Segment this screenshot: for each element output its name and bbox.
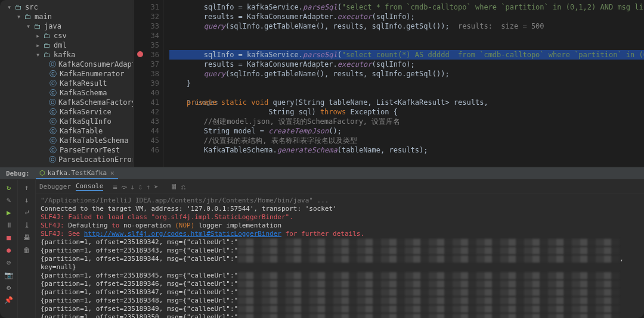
mute-breakpoints-icon[interactable]: ⊘ [4, 258, 14, 267]
tree-folder-dml[interactable]: ▸🗀dml [0, 40, 133, 50]
wrap-icon[interactable]: ⤶ [22, 208, 32, 217]
tree-file[interactable]: ⓒKafkaResult [0, 79, 133, 88]
threads-icon[interactable]: ≡ [113, 183, 117, 191]
step-over-icon[interactable]: ⤼ [121, 183, 127, 191]
down-icon[interactable]: ↓ [22, 196, 32, 204]
up-icon[interactable]: ↑ [22, 183, 32, 192]
print-icon[interactable]: 🖶 [22, 233, 32, 242]
close-icon[interactable]: ✕ [110, 169, 114, 177]
console-actions: ↑ ↓ ⤶ ⤓ 🖶 🗑 [18, 180, 36, 318]
breakpoint-icon[interactable] [137, 51, 143, 57]
camera-icon[interactable]: 📷 [4, 271, 14, 279]
tree-file[interactable]: ⓒParseLocationErrorTest [0, 155, 133, 164]
breakpoints-icon[interactable]: ● [4, 246, 14, 254]
force-step-icon[interactable]: ⇩ [138, 183, 143, 191]
trace-icon[interactable]: ⎌ [181, 183, 185, 191]
tree-file[interactable]: ⓒKafkaSchema [0, 88, 133, 98]
debug-actions-left: ↻ ✎ ▶ ⏸ ■ ● ⊘ 📷 ⚙ 📌 [0, 180, 18, 318]
clear-icon[interactable]: 🗑 [22, 246, 32, 254]
slf4j-link[interactable]: http://www.slf4j.org/codes.html#StaticLo… [84, 230, 281, 238]
line-gutter: 31323334353637383940414243444546 [134, 0, 163, 167]
project-tree[interactable]: ▾🗀src ▾🗀main ▾🗀java ▸🗀csv ▸🗀dml ▾🗀kafka … [0, 0, 134, 167]
tree-file[interactable]: ⓒKafkaSqlInfo [0, 117, 133, 126]
tree-file[interactable]: ⓒKafkaTableSchema [0, 136, 133, 145]
tab-console[interactable]: Console [76, 182, 103, 191]
tree-file[interactable]: ⓒKafkaSchemaFactory [0, 98, 133, 107]
step-into-icon[interactable]: ↓ [131, 183, 135, 191]
tab-debugger[interactable]: Debugger [39, 183, 71, 191]
settings-icon[interactable]: ⚙ [4, 283, 14, 292]
tree-file[interactable]: ⓒKafkaService [0, 107, 133, 117]
step-out-icon[interactable]: ↑ [146, 183, 150, 191]
evaluate-icon[interactable]: 🖩 [171, 183, 178, 191]
tree-folder-kafka[interactable]: ▾🗀kafka [0, 50, 133, 60]
pause-icon[interactable]: ⏸ [4, 221, 14, 229]
run-to-cursor-icon[interactable]: ➤ [154, 183, 158, 191]
tree-folder-java[interactable]: ▾🗀java [0, 21, 133, 31]
tree-folder-src[interactable]: ▾🗀src [0, 2, 133, 12]
tree-folder-csv[interactable]: ▸🗀csv [0, 31, 133, 40]
tree-file[interactable]: ⓒKafkaTable [0, 126, 133, 136]
stop-icon[interactable]: ■ [4, 233, 14, 242]
hex-icon: ⬡ [39, 169, 45, 177]
resume-icon[interactable]: ▶ [4, 208, 14, 217]
scroll-icon[interactable]: ⤓ [22, 221, 32, 229]
debug-bar: Debug: ⬡ kafka.TestKafka ✕ [0, 167, 644, 180]
console-output[interactable]: "/Applications/IntelliJ IDEA.app/Content… [36, 194, 644, 318]
code-area[interactable]: sqlInfo = kafkaService.parseSql("select … [163, 0, 644, 167]
pin-icon[interactable]: 📌 [4, 296, 14, 304]
tree-file[interactable]: ⓒKafkaEnumerator [0, 69, 133, 79]
debug-label: Debug: [0, 170, 36, 177]
code-editor[interactable]: 31323334353637383940414243444546 sqlInfo… [134, 0, 644, 167]
modify-run-icon[interactable]: ✎ [4, 196, 14, 204]
debug-config-tab[interactable]: ⬡ kafka.TestKafka ✕ [36, 167, 118, 179]
debug-tabs: Debugger Console ≡ ⤼ ↓ ⇩ ↑ ➤ 🖩 ⎌ [36, 180, 644, 194]
tree-file[interactable]: ⓒKafkaConsumerAdapter [0, 60, 133, 69]
tree-folder-main[interactable]: ▾🗀main [0, 12, 133, 21]
tree-file[interactable]: ⓒParseErrorTest [0, 145, 133, 155]
rerun-icon[interactable]: ↻ [4, 183, 14, 192]
